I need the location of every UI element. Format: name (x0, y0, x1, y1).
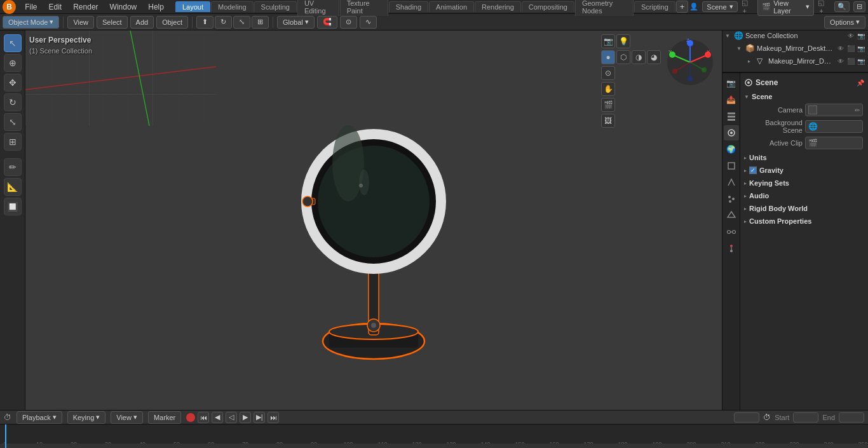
proportional-edit[interactable]: ⊙ (340, 16, 357, 29)
mesh-render-icon[interactable]: 📷 (857, 58, 865, 65)
tree-visibility-icon[interactable]: 👁 (846, 32, 855, 39)
menu-window[interactable]: Window (105, 1, 142, 13)
viewport-overlay-render[interactable]: ◕ (647, 50, 661, 64)
viewport-image-btn[interactable]: 🖼 (601, 114, 615, 128)
mesh-visibility-icon[interactable]: 👁 (836, 58, 845, 65)
view-menu[interactable]: View (67, 16, 94, 29)
mirror-render-icon[interactable]: 📷 (857, 45, 865, 52)
select-tool[interactable]: ↖ (4, 34, 22, 52)
tab-rendering[interactable]: Rendering (475, 1, 521, 12)
prop-scene-btn[interactable] (724, 125, 739, 140)
menu-edit[interactable]: Edit (44, 1, 67, 13)
options-button[interactable]: Options ▾ (824, 16, 865, 29)
tab-compositing[interactable]: Compositing (522, 1, 574, 12)
viewport-snap-btn[interactable]: ⊙ (601, 66, 615, 80)
prop-particles-btn[interactable] (724, 191, 739, 207)
mode-selector[interactable]: Object Mode ▾ (3, 16, 59, 29)
rotate-tool[interactable]: ↻ (4, 93, 22, 111)
viewport-overlay-wireframe[interactable]: ⬡ (616, 50, 630, 64)
next-frame-button[interactable]: ▶| (254, 412, 265, 423)
start-frame-input[interactable]: 1 (793, 412, 818, 423)
transform-tool[interactable]: ⊞ (4, 133, 22, 151)
menu-file[interactable]: File (20, 1, 42, 13)
record-button[interactable] (186, 413, 195, 422)
mirror-visibility-icon[interactable]: 👁 (836, 45, 845, 52)
playhead[interactable] (5, 424, 6, 448)
scene-selector[interactable]: Scene ▾ (702, 1, 737, 12)
jump-start-button[interactable]: ⏮ (198, 412, 209, 423)
scene-subsection-header[interactable]: ▼ Scene (743, 91, 865, 102)
tool-transform[interactable]: ⊞ (252, 16, 269, 29)
outliner-item-scene-collection[interactable]: ▼ 🌐 Scene Collection 👁 📷 (722, 29, 868, 42)
tool-move[interactable]: ⬆ (196, 16, 214, 29)
prop-constraints-btn[interactable] (724, 224, 739, 240)
active-clip-value[interactable]: 🎬 (805, 137, 863, 149)
prop-world-btn[interactable]: 🌍 (724, 142, 739, 157)
viewport-shading-toggle[interactable]: 💡 (616, 34, 630, 48)
menu-help[interactable]: Help (143, 1, 169, 13)
viewport-camera-btn[interactable]: 📷 (601, 34, 615, 48)
timeline-ruler[interactable]: 0 10 20 30 40 50 60 70 80 90 100 110 120… (0, 424, 868, 448)
3d-viewport[interactable]: User Perspective (1) Scene Collection 📷 … (25, 31, 722, 410)
add-workspace-button[interactable]: + (676, 1, 689, 13)
tab-sculpting[interactable]: Sculpting (254, 1, 297, 12)
view-layer-selector[interactable]: 🎬 View Layer ▾ (757, 0, 814, 16)
tab-texture-paint[interactable]: Texture Paint (340, 0, 388, 16)
transform-pivot[interactable]: Global ▾ (277, 16, 315, 29)
tab-modeling[interactable]: Modeling (211, 1, 254, 12)
prev-frame-button[interactable]: ◀ (212, 412, 223, 423)
marker-menu[interactable]: Marker (148, 411, 181, 424)
play-button[interactable]: ▶ (240, 412, 251, 423)
search-bar[interactable]: 🔍 (834, 1, 850, 12)
tab-shading[interactable]: Shading (389, 1, 428, 12)
tab-layout[interactable]: Layout (175, 1, 210, 12)
prop-modifiers-btn[interactable] (724, 175, 739, 190)
prop-view-layer-btn[interactable] (724, 109, 739, 124)
tree-render-icon[interactable]: 📷 (857, 32, 865, 39)
cursor-tool[interactable]: ⊕ (4, 54, 22, 72)
tool-scale[interactable]: ⤡ (233, 16, 250, 29)
mirror-select-icon[interactable]: ⬛ (846, 45, 855, 52)
scene-prop-pin-icon[interactable]: 📌 (857, 79, 864, 86)
annotate-tool[interactable]: ✏ (4, 158, 22, 176)
camera-edit-icon[interactable]: ✏ (855, 107, 860, 114)
snap-menu[interactable]: 🧲 (317, 16, 337, 29)
curve-tool[interactable]: ∿ (360, 16, 377, 29)
timeline-scrollbar[interactable] (0, 444, 868, 448)
prop-output-btn[interactable]: 📤 (724, 92, 739, 107)
prop-physics-btn[interactable] (724, 208, 739, 223)
move-tool[interactable]: ✥ (4, 74, 22, 92)
playback-menu[interactable]: Playback ▾ (17, 411, 62, 424)
object-menu[interactable]: Object (156, 16, 188, 29)
background-scene-value[interactable]: 🌐 (805, 120, 863, 133)
tab-animation[interactable]: Animation (429, 1, 474, 12)
viewport-hand-tool[interactable]: ✋ (601, 82, 615, 96)
measure-tool[interactable]: 📐 (4, 178, 22, 196)
viewport-overlay-material[interactable]: ◑ (632, 50, 646, 64)
keying-menu[interactable]: Keying ▾ (67, 411, 106, 424)
add-menu[interactable]: Add (130, 16, 154, 29)
units-header[interactable]: ▸ Units (743, 152, 865, 163)
outliner-item-mirror-collection[interactable]: ▼ 📦 Makeup_Mirror_Desktop_001 👁 ⬛ 📷 (722, 42, 868, 55)
viewport-camera-view[interactable]: 🎬 (601, 98, 615, 112)
audio-header[interactable]: ▸ Audio (743, 190, 865, 201)
timeline-scroll-thumb[interactable] (0, 444, 868, 448)
play-reverse-button[interactable]: ◁ (226, 412, 237, 423)
gravity-header[interactable]: ▸ ✓ Gravity (743, 165, 865, 176)
current-frame-input[interactable]: 1 (734, 412, 759, 423)
mesh-select-icon[interactable]: ⬛ (846, 58, 855, 65)
end-frame-input[interactable]: 250 (839, 412, 864, 423)
keying-sets-header[interactable]: ▸ Keying Sets (743, 177, 865, 189)
add-object-tool[interactable]: 🔲 (4, 198, 22, 215)
menu-render[interactable]: Render (68, 1, 103, 13)
jump-end-button[interactable]: ⏭ (268, 412, 279, 423)
tool-rotate[interactable]: ↻ (215, 16, 232, 29)
viewport-overlay-solid[interactable]: ● (601, 50, 615, 64)
filter-button[interactable]: ⊟ (853, 1, 865, 12)
gravity-checkbox[interactable]: ✓ (749, 166, 757, 174)
custom-props-header[interactable]: ▸ Custom Properties (743, 215, 865, 227)
select-menu[interactable]: Select (97, 16, 128, 29)
view-menu-timeline[interactable]: View ▾ (111, 411, 143, 424)
prop-object-btn[interactable] (724, 158, 739, 173)
prop-render-btn[interactable]: 📷 (724, 76, 739, 91)
